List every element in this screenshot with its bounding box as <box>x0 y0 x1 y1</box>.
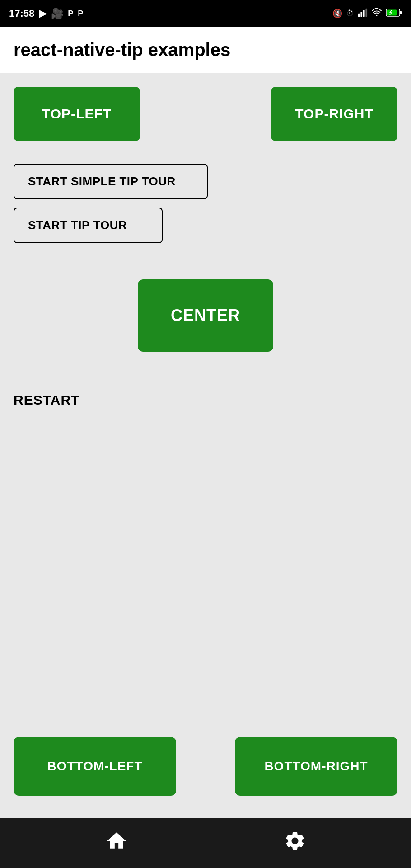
mute-icon: 🔇 <box>332 9 342 19</box>
restart-button[interactable]: RESTART <box>14 388 79 412</box>
start-simple-tip-tour-button[interactable]: START SIMPLE TIP TOUR <box>14 164 208 199</box>
status-icons-area: 🔇 ⏱ <box>332 8 402 20</box>
tour-buttons-col: START SIMPLE TIP TOUR START TIP TOUR <box>14 164 397 243</box>
bottom-left-button[interactable]: BOTTOM-LEFT <box>14 737 176 796</box>
signal-icon <box>358 8 368 20</box>
start-tip-tour-button[interactable]: START TIP TOUR <box>14 208 163 243</box>
bottom-nav <box>0 818 411 868</box>
center-button[interactable]: CENTER <box>138 279 273 352</box>
svg-rect-2 <box>363 10 365 17</box>
bottom-buttons-row: BOTTOM-LEFT BOTTOM-RIGHT <box>14 737 397 796</box>
status-time-area: 17:58 ▶ 🎥 P P <box>9 8 83 19</box>
battery-icon <box>386 8 402 20</box>
home-nav-button[interactable] <box>101 825 132 861</box>
app-header: react-native-tip examples <box>0 27 411 73</box>
svg-rect-0 <box>358 13 360 16</box>
p2-icon: P <box>78 9 83 19</box>
app-title: react-native-tip examples <box>14 40 397 60</box>
center-section: CENTER <box>14 279 397 352</box>
video-icon: 🎥 <box>51 8 63 19</box>
wifi-icon <box>371 8 382 20</box>
svg-point-4 <box>376 15 378 16</box>
svg-rect-3 <box>365 8 367 16</box>
home-icon <box>105 830 128 857</box>
top-buttons-row: TOP-LEFT TOP-RIGHT <box>14 87 397 141</box>
top-left-button[interactable]: TOP-LEFT <box>14 87 140 141</box>
svg-rect-1 <box>360 12 362 17</box>
status-bar: 17:58 ▶ 🎥 P P 🔇 ⏱ <box>0 0 411 27</box>
bottom-right-button[interactable]: BOTTOM-RIGHT <box>235 737 397 796</box>
alarm-icon: ⏱ <box>346 9 354 19</box>
svg-rect-7 <box>400 11 402 14</box>
restart-section: RESTART <box>14 388 397 412</box>
settings-nav-button[interactable] <box>279 825 311 861</box>
top-right-button[interactable]: TOP-RIGHT <box>271 87 397 141</box>
play-icon: ▶ <box>39 8 47 19</box>
main-content: TOP-LEFT TOP-RIGHT START SIMPLE TIP TOUR… <box>0 73 411 818</box>
gear-icon <box>284 830 306 857</box>
p1-icon: P <box>68 9 73 19</box>
status-time: 17:58 <box>9 8 34 19</box>
